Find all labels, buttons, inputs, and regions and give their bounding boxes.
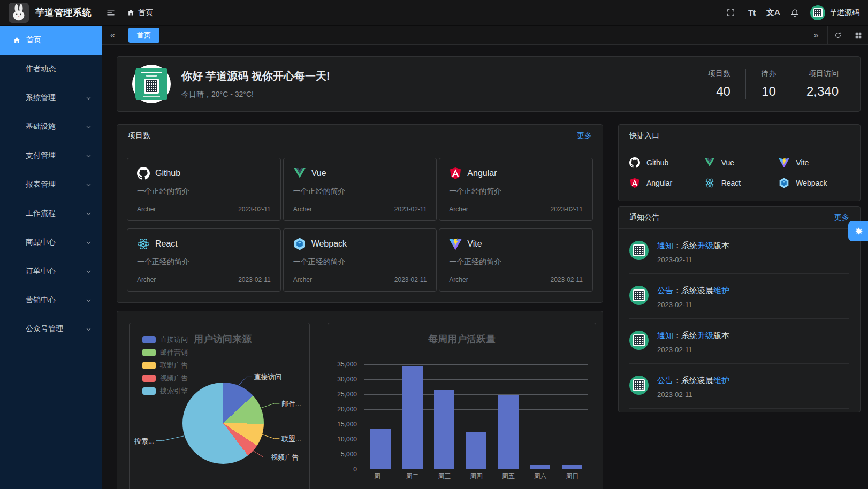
notice-item[interactable]: 通知：系统升级版本 2023-02-11 xyxy=(629,229,849,274)
sidebar-item-workflow[interactable]: 工作流程 xyxy=(0,199,102,228)
sidebar-item-order[interactable]: 订单中心 xyxy=(0,257,102,286)
sidebar-item-wechat[interactable]: 公众号管理 xyxy=(0,315,102,343)
project-card-github[interactable]: Github 一个正经的简介 Archer 2023-02-11 xyxy=(127,158,281,221)
sidebar-item-report[interactable]: 报表管理 xyxy=(0,170,102,199)
sidebar-item-label: 订单中心 xyxy=(26,266,80,276)
user-avatar xyxy=(810,5,825,20)
project-date: 2023-02-11 xyxy=(550,276,583,284)
x-tick-label: 周五 xyxy=(492,472,524,481)
tabs-scroll-right-button[interactable]: » xyxy=(805,26,827,44)
shortcuts-grid: Github Vue Vite xyxy=(619,147,860,201)
project-card-webpack[interactable]: Webpack 一个正经的简介 Archer 2023-02-11 xyxy=(283,228,437,292)
bell-icon xyxy=(790,8,800,18)
webpack-icon xyxy=(779,178,789,188)
fullscreen-button[interactable] xyxy=(721,4,740,22)
notifications-button[interactable] xyxy=(786,4,804,22)
sidebar-item-label: 支付管理 xyxy=(26,151,80,161)
stat-value: 2,340 xyxy=(806,84,839,99)
project-card-react[interactable]: React 一个正经的简介 Archer 2023-02-11 xyxy=(127,228,281,292)
sidebar-item-product[interactable]: 商品中心 xyxy=(0,228,102,257)
project-name: Angular xyxy=(467,169,497,178)
notice-tag: 公告 xyxy=(657,286,673,295)
notices-more-link[interactable]: 更多 xyxy=(834,213,849,223)
bar-chart-panel: 每周用户活跃量 05,00010,00015,00020,00025,00030… xyxy=(328,323,596,489)
sidebar-item-marketing[interactable]: 营销中心 xyxy=(0,286,102,315)
project-author: Archer xyxy=(293,276,312,284)
notice-date: 2023-02-11 xyxy=(657,346,729,354)
sidebar-item-payment[interactable]: 支付管理 xyxy=(0,141,102,170)
locale-switch-button[interactable]: 文A xyxy=(764,4,782,22)
notice-text: ：系统 xyxy=(673,331,697,340)
bar-chart-title: 每周用户活跃量 xyxy=(328,333,596,346)
bar xyxy=(498,395,519,469)
bar xyxy=(434,390,454,469)
vite-icon xyxy=(779,157,789,168)
shortcut-github[interactable]: Github xyxy=(629,156,700,170)
avatar xyxy=(132,65,171,103)
sidebar-collapse-button[interactable] xyxy=(103,5,118,20)
shortcut-vite[interactable]: Vite xyxy=(779,156,849,170)
sidebar-item-infra[interactable]: 基础设施 xyxy=(0,112,102,141)
tabs-scroll-left-button[interactable]: « xyxy=(102,26,124,44)
project-date: 2023-02-11 xyxy=(238,205,271,213)
x-tick-label: 周二 xyxy=(397,472,429,481)
project-card-vite[interactable]: Vite 一个正经的简介 Archer 2023-02-11 xyxy=(439,228,593,292)
tab-layout-button[interactable] xyxy=(848,26,868,44)
notice-text: ：系统 xyxy=(673,241,697,250)
sidebar-item-label: 报表管理 xyxy=(26,180,80,189)
notice-item[interactable]: 通知：系统升级版本 2023-02-11 xyxy=(629,319,849,364)
project-author: Archer xyxy=(137,276,156,284)
project-card-vue[interactable]: Vue 一个正经的简介 Archer 2023-02-11 xyxy=(283,158,437,221)
projects-card: 项目数 更多 Github 一个正经的简介 xyxy=(117,124,603,303)
notice-highlight: 维护 xyxy=(713,376,729,385)
vue-icon xyxy=(293,167,306,180)
tab-home[interactable]: 首页 xyxy=(128,28,159,43)
sidebar-item-label: 基础设施 xyxy=(26,122,80,132)
github-icon xyxy=(629,157,640,168)
pie-callout-label: 直接访问 xyxy=(254,373,282,381)
notice-item[interactable]: 公告：系统凌晨维护 2023-02-11 xyxy=(629,274,849,319)
notice-title: 公告：系统凌晨维护 xyxy=(657,286,729,296)
notice-text: ：系统凌晨 xyxy=(673,286,713,295)
projects-card-header: 项目数 更多 xyxy=(117,125,603,147)
y-tick-label: 20,000 xyxy=(328,406,357,413)
notice-title: 通知：系统升级版本 xyxy=(657,331,729,341)
project-desc: 一个正经的简介 xyxy=(293,257,427,267)
project-desc: 一个正经的简介 xyxy=(449,187,583,196)
webpack-icon xyxy=(293,238,306,250)
refresh-icon xyxy=(834,31,842,40)
shortcut-angular[interactable]: Angular xyxy=(629,176,700,190)
sidebar-item-home[interactable]: 首页 xyxy=(0,26,102,55)
shortcut-react[interactable]: React xyxy=(704,176,775,190)
x-tick-label: 周六 xyxy=(524,472,557,481)
tabs-strip: 首页 xyxy=(124,26,805,44)
project-name: React xyxy=(155,239,178,249)
sidebar-item-system[interactable]: 系统管理 xyxy=(0,83,102,112)
grid-icon xyxy=(854,31,863,40)
main-area: « 首页 » xyxy=(102,26,868,489)
bar-y-axis: 05,00010,00015,00020,00025,00030,00035,0… xyxy=(328,364,361,469)
font-size-button[interactable]: Tt xyxy=(743,4,761,22)
vue-icon xyxy=(704,157,715,168)
stat-todo: 待办 10 xyxy=(745,69,791,99)
user-menu[interactable]: 芋道源码 xyxy=(810,5,859,20)
x-tick-label: 周日 xyxy=(556,472,588,481)
chevron-down-icon xyxy=(85,152,92,159)
bar-slot xyxy=(556,364,588,469)
refresh-tab-button[interactable] xyxy=(827,26,848,44)
notice-item[interactable]: 公告：系统凌晨维护 2023-02-11 xyxy=(629,364,849,409)
chevron-down-icon xyxy=(85,95,92,102)
chevron-down-icon xyxy=(85,297,92,304)
shortcut-label: Vite xyxy=(796,158,809,167)
shortcut-vue[interactable]: Vue xyxy=(704,156,775,170)
projects-more-link[interactable]: 更多 xyxy=(577,131,592,141)
project-desc: 一个正经的简介 xyxy=(137,257,271,267)
sidebar-item-author-news[interactable]: 作者动态 xyxy=(0,55,102,83)
project-card-angular[interactable]: Angular 一个正经的简介 Archer 2023-02-11 xyxy=(439,158,593,221)
shortcut-label: React xyxy=(721,179,741,187)
notice-text: 版本 xyxy=(713,331,729,340)
theme-settings-button[interactable] xyxy=(848,221,868,241)
breadcrumb[interactable]: 首页 xyxy=(127,8,153,18)
shortcut-webpack[interactable]: Webpack xyxy=(779,176,849,190)
project-date: 2023-02-11 xyxy=(238,276,271,284)
